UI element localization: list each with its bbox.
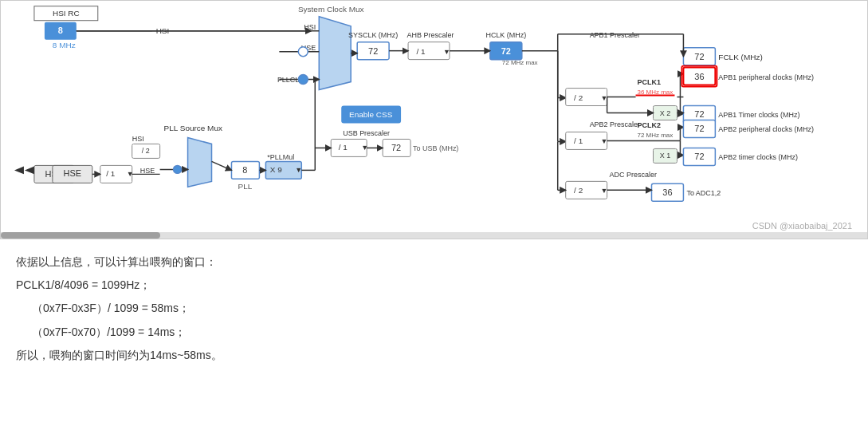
apb1-timer-label: APB1 Timer clocks (MHz): [718, 112, 799, 120]
svg-text:▼: ▼: [601, 187, 608, 195]
svg-text:▼: ▼: [443, 48, 450, 56]
conclusion-line: 所以，喂狗的窗口时间约为14ms~58ms。: [16, 345, 852, 365]
ahb-value[interactable]: / 1: [416, 47, 426, 56]
sysclk-value: 72: [368, 46, 378, 56]
apb2-peripheral-value: 72: [694, 124, 704, 133]
svg-point-68: [174, 165, 182, 173]
enable-css-btn[interactable]: Enable CSS: [349, 111, 393, 120]
hsi-pll-label: HSI: [132, 135, 144, 143]
apb2-peripheral-label: APB2 peripheral clocks (MHz): [718, 125, 814, 133]
hsi-mhz: 8 MHz: [53, 41, 76, 49]
svg-point-11: [298, 47, 308, 57]
usb-label: To USB (MHz): [413, 144, 458, 152]
apb2-timer-label: APB2 timer clocks (MHz): [718, 153, 798, 161]
svg-text:▼: ▼: [601, 137, 608, 145]
sysclk-mux-title: System Clock Mux: [298, 5, 364, 14]
hclk-value: 72: [501, 46, 511, 56]
usb-prescaler-label: USB Prescaler: [343, 129, 390, 137]
intro-line: 依据以上信息，可以计算出喂狗的窗口：: [16, 252, 852, 272]
hsi-value: 8: [58, 26, 63, 35]
hclk-label: HCLK (MHz): [485, 31, 526, 39]
text-content: 依据以上信息，可以计算出喂狗的窗口： PCLK1/8/4096 = 1099Hz…: [0, 239, 868, 378]
scrollbar-thumb[interactable]: [1, 232, 160, 239]
pllmul-label: *PLLMul: [267, 153, 294, 161]
x9-label[interactable]: X 9: [270, 165, 282, 174]
hse-main-box: HSE: [64, 168, 82, 178]
svg-point-14: [298, 75, 308, 85]
apb1-value[interactable]: / 2: [574, 93, 583, 102]
adc-prescaler-label: ADC Prescaler: [610, 171, 657, 179]
x1-label: X 1: [660, 152, 670, 160]
calc-line3: （0x7F-0x70）/1099 = 14ms；: [32, 322, 852, 342]
ahb-prescaler-label: AHB Prescaler: [407, 31, 454, 39]
pll-source-mux-label: PLL Source Mux: [164, 124, 222, 132]
clock-diagram: HSI RC 8 8 MHz HSE HSI System Clock Mux …: [0, 0, 868, 239]
usb-value[interactable]: / 1: [339, 143, 348, 152]
pclk2-label: PCLK2: [638, 121, 661, 129]
svg-text:▼: ▼: [295, 166, 302, 174]
svg-text:36 MHz max: 36 MHz max: [638, 89, 674, 96]
hclk-max: 72 MHz max: [502, 59, 538, 66]
svg-marker-6: [319, 17, 351, 90]
apb1-prescaler-label: APB1 Prescaler: [590, 31, 640, 39]
sysclk-label: SYSCLK (MHz): [348, 31, 398, 39]
x2-label: X 2: [660, 109, 670, 117]
pclk2-max: 72 MHz max: [638, 132, 674, 139]
adc-value[interactable]: / 2: [574, 186, 583, 195]
apb1-timer-value: 72: [694, 110, 704, 120]
div1-hse[interactable]: / 1: [106, 169, 116, 178]
horizontal-scrollbar[interactable]: [1, 232, 867, 239]
calc-line2: （0x7F-0x3F）/ 1099 = 58ms；: [32, 298, 852, 318]
svg-text:HSI: HSI: [304, 23, 316, 31]
apb1-peripheral-value: 36: [694, 72, 704, 81]
usb-out: 72: [391, 143, 401, 152]
pll-value: 8: [242, 165, 247, 175]
div2-label[interactable]: / 2: [142, 147, 150, 155]
svg-marker-65: [188, 137, 212, 187]
calc-line1: PCLK1/8/4096 = 1099Hz；: [16, 275, 852, 295]
apb2-timer-value: 72: [694, 152, 704, 161]
adc-out-value: 36: [662, 187, 672, 197]
watermark: CSDN @xiaobaibaj_2021: [752, 221, 852, 231]
apb2-value[interactable]: / 1: [574, 136, 583, 145]
fclk-value: 72: [694, 52, 704, 61]
fclk-label: FCLK (MHz): [718, 53, 762, 61]
hsi-rc-label: HSI RC: [53, 9, 80, 18]
pll-label: PLL: [238, 182, 253, 191]
apb2-prescaler-label: APB2 Prescaler: [590, 120, 640, 128]
apb1-peripheral-label: APB1 peripheral clocks (MHz): [718, 73, 814, 81]
pclk1-label: PCLK1: [638, 78, 661, 86]
adc-label: To ADC1,2: [686, 189, 721, 197]
